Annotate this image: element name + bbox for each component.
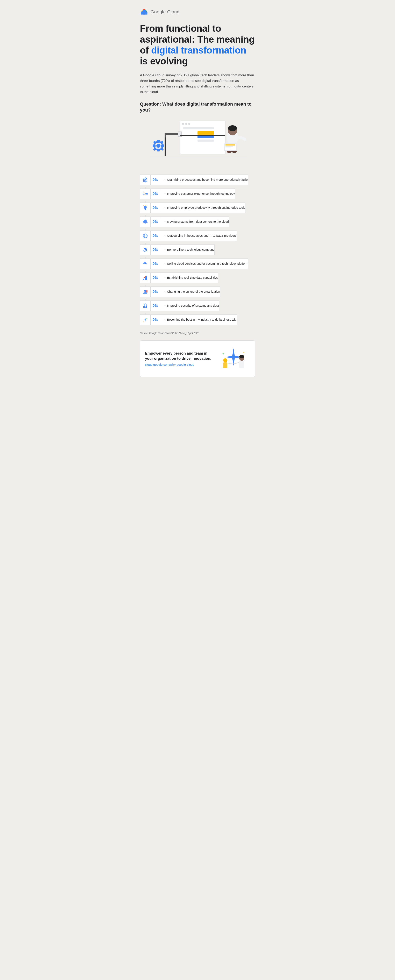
star-cloud-icon [142, 261, 148, 267]
svg-rect-3 [141, 13, 148, 14]
svg-rect-71 [143, 278, 144, 280]
svg-point-43 [144, 179, 146, 180]
icon-box-2 [140, 189, 151, 199]
label-10: → Improving security of systems and data [160, 304, 219, 308]
icon-box-6 [140, 245, 151, 255]
svg-point-6 [182, 123, 184, 125]
arrow-1: → [163, 178, 166, 182]
svg-rect-81 [223, 363, 227, 368]
label-7: → Selling cloud services and/or becoming… [160, 262, 248, 266]
pct-9: 0% [151, 290, 160, 294]
list-item: 0% → Improving employee productivity thr… [140, 202, 255, 216]
bar-section-1: 0% → Optimizing processes and becoming m… [151, 175, 248, 185]
svg-point-46 [143, 194, 144, 195]
label-2: → Improving customer experience through … [160, 192, 235, 196]
icon-connector [140, 215, 151, 216]
header: Google Cloud [140, 8, 255, 16]
svg-rect-23 [165, 135, 166, 156]
svg-rect-39 [225, 148, 231, 148]
pct-10: 0% [151, 304, 160, 308]
chart-row-1: 0% → Optimizing processes and becoming m… [140, 175, 248, 185]
pct-8: 0% [151, 276, 160, 280]
source-text: Source: Google Cloud Brand Pulse Survey,… [140, 332, 255, 335]
list-item: 0% → Changing the culture of the organiz… [140, 286, 255, 301]
list-item: 0% → Moving systems from data centers to… [140, 216, 255, 231]
list-item: 0% → Selling cloud services and/or becom… [140, 258, 255, 272]
cta-link[interactable]: cloud.google.com/why-google-cloud [145, 363, 213, 366]
svg-rect-15 [157, 140, 160, 143]
svg-rect-84 [239, 361, 244, 368]
icon-box-1 [140, 175, 151, 185]
list-item: 0% → Becoming the best in my industry to… [140, 315, 255, 327]
icon-connector [140, 229, 151, 231]
google-cloud-logo: Google Cloud [140, 8, 179, 16]
lock-icon [142, 303, 148, 309]
svg-point-80 [223, 358, 227, 363]
title-part2: is evolving [140, 56, 188, 67]
svg-line-51 [144, 205, 144, 206]
cta-box: Empower every person and team in your or… [140, 340, 255, 377]
svg-point-45 [146, 193, 147, 194]
label-9: → Changing the culture of the organizati… [160, 290, 220, 294]
pct-7: 0% [151, 262, 160, 266]
label-6: → Be more like a technology company [160, 248, 214, 252]
cta-title: Empower every person and team in your or… [145, 351, 213, 361]
svg-rect-10 [198, 131, 214, 135]
svg-rect-12 [198, 140, 214, 142]
chart-row-2: 0% → Improving customer experience throu… [140, 189, 235, 199]
list-item: 0% → Improving customer experience throu… [140, 189, 255, 202]
chart-container: 0% → Optimizing processes and becoming m… [140, 175, 255, 327]
lightbulb-icon [142, 205, 148, 211]
bar-section-10: 0% → Improving security of systems and d… [151, 301, 219, 311]
title-highlight: digital transformation [151, 45, 246, 56]
bar-section-4: 0% → Moving systems from data centers to… [151, 216, 229, 227]
bar-section-7: 0% → Selling cloud services and/or becom… [151, 258, 248, 269]
google-cloud-logo-icon [140, 8, 149, 16]
svg-rect-37 [225, 145, 235, 145]
pct-2: 0% [151, 192, 160, 196]
chart-row-7: 0% → Selling cloud services and/or becom… [140, 258, 248, 269]
page: Google Cloud From functional to aspirati… [130, 0, 265, 385]
icon-connector [140, 187, 151, 189]
svg-rect-9 [183, 127, 214, 129]
svg-rect-73 [146, 276, 147, 280]
toggle-icon [142, 191, 148, 197]
pct-3: 0% [151, 206, 160, 210]
gear-icon [142, 177, 148, 183]
icon-connector [140, 243, 151, 245]
svg-point-83 [239, 355, 244, 358]
chart-row-3: 0% → Improving employee productivity thr… [140, 202, 246, 213]
pct-1: 0% [151, 178, 160, 182]
bar-section-2: 0% → Improving customer experience throu… [151, 189, 235, 199]
svg-rect-16 [157, 149, 160, 151]
label-4: → Moving systems from data centers to th… [160, 220, 229, 224]
main-title: From functional to aspirational: The mea… [140, 23, 255, 67]
chart-row-4: 0% → Moving systems from data centers to… [140, 216, 229, 227]
label-3: → Improving employee productivity throug… [160, 205, 245, 210]
bar-section-5: 0% → Outsourcing in-house apps and IT to… [151, 231, 237, 241]
label-5: → Outsourcing in-house apps and IT to Sa… [160, 234, 236, 238]
icon-connector [140, 285, 151, 286]
chart-row-9: 0% → Changing the culture of the organiz… [140, 286, 220, 297]
list-item: 0% → Establishing real-time data capabil… [140, 272, 255, 286]
icon-box-7 [140, 258, 151, 269]
svg-point-14 [156, 144, 160, 148]
svg-line-50 [147, 205, 147, 206]
question: Question: What does digital transformati… [140, 101, 255, 113]
svg-rect-17 [153, 145, 155, 147]
icon-box-8 [140, 272, 151, 283]
label-1: → Optimizing processes and becoming more… [160, 178, 248, 182]
list-item: 0% → Improving security of systems and d… [140, 301, 255, 315]
svg-rect-58 [144, 249, 146, 250]
pct-4: 0% [151, 220, 160, 224]
svg-point-75 [144, 290, 146, 292]
svg-point-8 [188, 123, 190, 125]
chart-row-5: 0% → Outsourcing in-house apps and IT to… [140, 231, 237, 241]
icon-box-4 [140, 216, 151, 227]
description: A Google Cloud survey of 2,121 global te… [140, 72, 255, 95]
bar-section-6: 0% → Be more like a technology company [151, 245, 214, 255]
pct-6: 0% [151, 248, 160, 252]
chart-icon [142, 275, 148, 281]
icon-box-9 [140, 286, 151, 297]
chart-row-10: 0% → Improving security of systems and d… [140, 301, 219, 311]
